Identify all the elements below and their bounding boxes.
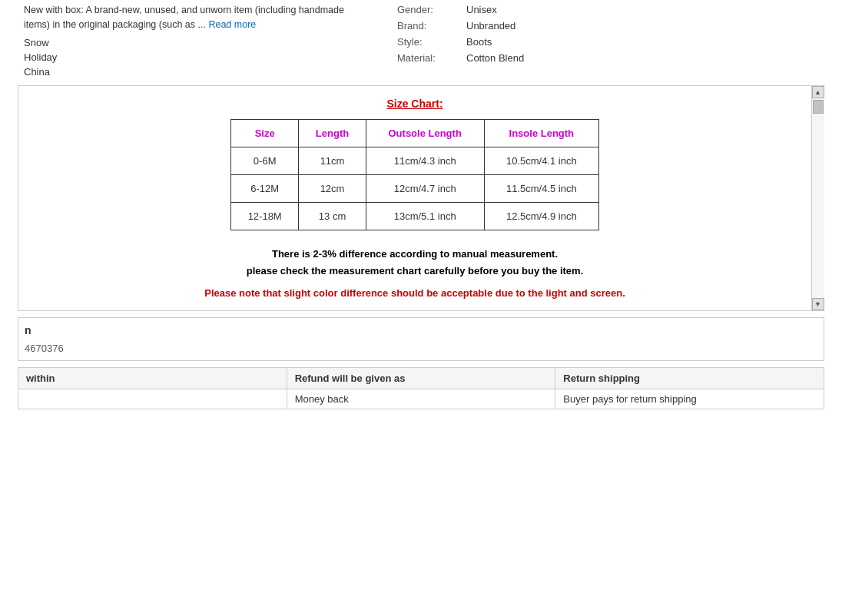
color-note: Please note that slight color difference… xyxy=(26,287,804,299)
style-label: Style: xyxy=(393,34,462,50)
size-table-row: 12-18M13 cm13cm/5.1 inch12.5cm/4.9 inch xyxy=(231,202,599,230)
gender-label: Gender: xyxy=(393,2,462,18)
scrollbar[interactable]: ▲ ▼ xyxy=(811,86,824,310)
size-chart-section: Size Chart: SizeLengthOutsole LengthInso… xyxy=(18,90,811,306)
read-more-link[interactable]: Read more xyxy=(208,19,256,30)
size-table-cell: 12.5cm/4.9 inch xyxy=(484,202,598,230)
tags-section: Snow Holiday China xyxy=(24,37,370,78)
size-table-cell: 11cm xyxy=(299,147,366,174)
size-chart-panel: Size Chart: SizeLengthOutsole LengthInso… xyxy=(18,85,824,311)
measurement-note: There is 2-3% difference according to ma… xyxy=(26,246,804,280)
measurement-line1: There is 2-3% difference according to ma… xyxy=(26,246,804,263)
size-table-cell: 13cm/5.1 inch xyxy=(366,202,484,230)
size-table-cell: 11cm/4.3 inch xyxy=(366,147,484,174)
returns-col-refund: Money back xyxy=(287,389,556,409)
style-value: Boots xyxy=(462,34,818,50)
size-table-cell: 12cm xyxy=(299,174,366,202)
size-table-row: 0-6M11cm11cm/4.3 inch10.5cm/4.1 inch xyxy=(231,147,599,174)
description-body: New with box: A brand-new, unused, and u… xyxy=(24,5,344,30)
tag-snow: Snow xyxy=(24,37,370,48)
size-table-cell: 11.5cm/4.5 inch xyxy=(484,174,598,202)
size-table-cell: 6-12M xyxy=(231,174,299,202)
description-text: New with box: A brand-new, unused, and u… xyxy=(24,3,370,32)
returns-col-within xyxy=(18,389,287,409)
scroll-thumb[interactable] xyxy=(813,100,824,114)
size-chart-title: Size Chart: xyxy=(26,98,804,110)
material-label: Material: xyxy=(393,50,462,66)
returns-section: within Refund will be given as Return sh… xyxy=(18,367,824,409)
size-chart-table: SizeLengthOutsole LengthInsole Length 0-… xyxy=(230,119,599,230)
returns-header-within: within xyxy=(18,368,287,389)
size-table-header-cell: Insole Length xyxy=(484,119,598,147)
item-number: 4670376 xyxy=(25,343,817,354)
size-table-row: 6-12M12cm12cm/4.7 inch11.5cm/4.5 inch xyxy=(231,174,599,202)
material-value: Cotton Blend xyxy=(462,50,818,66)
size-table-cell: 12-18M xyxy=(231,202,299,230)
item-number-section: n 4670376 xyxy=(18,317,824,361)
scroll-track[interactable] xyxy=(812,98,824,298)
returns-header: within Refund will be given as Return sh… xyxy=(18,368,824,389)
returns-col-shipping: Buyer pays for return shipping xyxy=(555,389,824,409)
returns-header-refund: Refund will be given as xyxy=(287,368,556,389)
returns-header-shipping: Return shipping xyxy=(555,368,824,389)
size-table-header-cell: Size xyxy=(231,119,299,147)
brand-label: Brand: xyxy=(393,18,462,34)
size-table-header-cell: Outsole Length xyxy=(366,119,484,147)
returns-row: Money back Buyer pays for return shippin… xyxy=(18,389,824,409)
tag-holiday: Holiday xyxy=(24,51,370,63)
item-section-title: n xyxy=(25,324,817,336)
size-table-cell: 12cm/4.7 inch xyxy=(366,174,484,202)
brand-value: Unbranded xyxy=(462,18,818,34)
specs-table: Gender: Unisex Brand: Unbranded Style: B… xyxy=(393,2,818,66)
scroll-up-button[interactable]: ▲ xyxy=(812,86,824,98)
size-table-cell: 13 cm xyxy=(299,202,366,230)
size-table-cell: 10.5cm/4.1 inch xyxy=(484,147,598,174)
measurement-line2: please check the measurement chart caref… xyxy=(26,263,804,280)
scroll-down-button[interactable]: ▼ xyxy=(812,298,824,310)
tag-country: China xyxy=(24,66,370,78)
gender-value: Unisex xyxy=(462,2,818,18)
size-table-cell: 0-6M xyxy=(231,147,299,174)
size-table-header-cell: Length xyxy=(299,119,366,147)
specs-section: Gender: Unisex Brand: Unbranded Style: B… xyxy=(377,2,818,79)
